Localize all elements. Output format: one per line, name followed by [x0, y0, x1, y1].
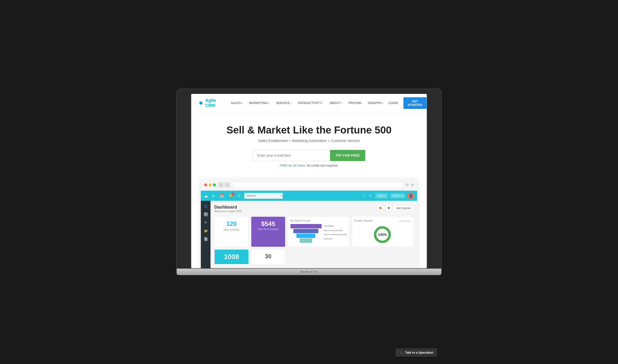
- won-deals-amount: $545: [255, 220, 282, 228]
- emails-opened-widget: Emails Opened Last 2 Days 100%: [352, 217, 413, 247]
- crm-topbar: ☁ ⊞ 📅 🔔 1 ↺ 🔍 ? ✎: [201, 191, 417, 201]
- add-dashlet-button[interactable]: Add Dashlet: [394, 205, 413, 211]
- calendar-icon[interactable]: 📅: [219, 193, 225, 199]
- crm-topbar-right: ? ✎ New ▾ Demo ▾ 👤: [362, 192, 414, 199]
- big-number: 1008: [218, 253, 245, 261]
- crm-ui: ☁ ⊞ 📅 🔔 1 ↺ 🔍 ? ✎: [201, 191, 417, 268]
- sidebar-reports-icon[interactable]: 📊: [201, 211, 210, 218]
- laptop-screen: Agile CRM SALES ▾ MARKETING ▾ SERVICE ▾: [191, 94, 427, 268]
- user-avatar[interactable]: 👤: [408, 192, 414, 199]
- nav-actions: LOGIN GET STARTED: [386, 97, 426, 109]
- theme-icon[interactable]: 🎨: [377, 205, 384, 211]
- new-button[interactable]: New ▾: [375, 193, 388, 198]
- browser-nav-btns: ‹ ›: [218, 182, 230, 188]
- won-deals-label: Won from 9 deals: [255, 228, 282, 231]
- funnel-title: My Deals Funnel: [290, 219, 347, 222]
- funnel-label-demo-comp: Demo Completed ($1,200): [324, 233, 347, 237]
- sidebar-contacts-icon[interactable]: 👤: [201, 203, 210, 209]
- chevron-down-icon: ▾: [401, 194, 403, 197]
- chevron-down-icon: ▾: [322, 102, 323, 104]
- main-nav: Agile CRM SALES ▾ MARKETING ▾ SERVICE ▾: [191, 94, 427, 113]
- won-deals-widget: $545 Won from 9 deals: [251, 217, 285, 247]
- browser-mockup: ‹ › ↻ ≡ ☁ ⊞ 📅 🔔 1: [201, 179, 417, 268]
- sidebar-eye-icon[interactable]: 👁: [201, 219, 210, 226]
- free-users-link[interactable]: FREE for 10 Users.: [280, 164, 306, 167]
- chevron-down-icon: ▾: [382, 102, 383, 104]
- funnel-label-interested: Interested: [324, 237, 347, 241]
- nav-marketing[interactable]: MARKETING ▾: [247, 100, 272, 106]
- close-dot[interactable]: [204, 183, 207, 186]
- dashboard-title: Dashboard: [214, 205, 242, 210]
- login-button[interactable]: LOGIN: [386, 100, 400, 106]
- browser-chrome: ‹ › ↻ ≡: [201, 179, 417, 191]
- notifications-icon[interactable]: 🔔 1: [228, 193, 234, 199]
- laptop-wrapper: Agile CRM SALES ▾ MARKETING ▾ SERVICE ▾: [176, 89, 442, 275]
- notification-badge: 1: [232, 192, 235, 195]
- chevron-down-icon: ▾: [242, 102, 243, 104]
- settings-icon[interactable]: ⚙: [385, 205, 392, 211]
- back-button[interactable]: ‹: [218, 182, 224, 188]
- crm-dashboard-header: Dashboard Welcome to Agile CRM 🎨 ⚙ Add D…: [214, 205, 413, 213]
- crm-logo-icon: ☁: [204, 193, 208, 198]
- get-started-button[interactable]: GET STARTED: [403, 97, 426, 109]
- refresh-icon[interactable]: ↻: [406, 183, 409, 187]
- donut-chart: 100%: [354, 225, 411, 244]
- laptop-model-text: MacBook Pro: [300, 270, 318, 273]
- maximize-dot[interactable]: [213, 183, 216, 186]
- crm-sidebar: 👤 📊 👁 📁 📄: [201, 201, 210, 268]
- chevron-down-icon: ▾: [341, 102, 342, 104]
- svg-text:100%: 100%: [378, 233, 387, 236]
- chevron-down-icon: ▾: [290, 102, 292, 104]
- url-bar[interactable]: [232, 182, 403, 188]
- nav-pricing[interactable]: PRICING: [346, 100, 364, 106]
- crm-widgets-row1: 120 New contacts $545 Won from 9 deals: [214, 217, 413, 247]
- edit-icon[interactable]: ✎: [368, 193, 373, 199]
- contacts-icon[interactable]: ⊞: [211, 193, 216, 199]
- crm-body: 👤 📊 👁 📁 📄 Dashboard Welcome to: [201, 201, 417, 268]
- nav-service[interactable]: SERVICE ▾: [273, 100, 294, 106]
- forward-button[interactable]: ›: [224, 182, 230, 188]
- funnel-widget: My Deals Funnel: [288, 217, 349, 247]
- hero-note: FREE for 10 Users. No credit card requir…: [201, 164, 417, 167]
- logo-icon: [198, 99, 203, 107]
- email-input[interactable]: [253, 150, 330, 161]
- demo-button[interactable]: Demo ▾: [390, 193, 405, 198]
- browser-dots: [204, 183, 216, 186]
- history-icon[interactable]: ↺: [237, 193, 241, 199]
- new-contacts-label: New contacts: [218, 228, 245, 231]
- sidebar-doc-icon[interactable]: 📄: [201, 235, 210, 242]
- new-contacts-number: 120: [218, 220, 245, 228]
- logo-text: Agile CRM: [205, 98, 219, 108]
- email-period: Last 2 Days: [399, 220, 411, 222]
- chevron-down-icon: ▾: [384, 194, 386, 197]
- crm-header-actions: 🎨 ⚙ Add Dashlet: [377, 205, 413, 211]
- crm-widgets-row2: 1008 30: [214, 249, 413, 264]
- logo[interactable]: Agile CRM: [198, 98, 219, 108]
- sidebar-folder-icon[interactable]: 📁: [201, 227, 210, 234]
- hero-subtitle: Sales Enablement + Marketing Automation …: [201, 139, 417, 143]
- small-number-widget: 30: [251, 249, 285, 264]
- crm-search-input[interactable]: [244, 193, 283, 199]
- big-number-widget: 1008: [214, 249, 249, 264]
- dashboard-subtitle: Welcome to Agile CRM: [214, 210, 242, 213]
- hero-section: Sell & Market Like the Fortune 500 Sales…: [191, 113, 427, 174]
- funnel-label-new: New ($500): [324, 224, 347, 228]
- funnel-label-demo-sched: Demo Scheduled ($0): [324, 228, 347, 233]
- nav-productivity[interactable]: PRODUCTIVITY ▾: [296, 100, 326, 106]
- laptop-screen-outer: Agile CRM SALES ▾ MARKETING ▾ SERVICE ▾: [176, 89, 442, 269]
- menu-icon[interactable]: ≡: [411, 182, 414, 188]
- crm-main: Dashboard Welcome to Agile CRM 🎨 ⚙ Add D…: [210, 201, 417, 268]
- small-number: 30: [255, 253, 282, 260]
- nav-about[interactable]: ABOUT ▾: [327, 100, 345, 106]
- minimize-dot[interactable]: [208, 183, 211, 186]
- nav-sales[interactable]: SALES ▾: [228, 100, 245, 106]
- emails-title: Emails Opened: [354, 219, 373, 222]
- try-for-free-button[interactable]: TRY FOR FREE: [330, 150, 365, 161]
- laptop-base: MacBook Pro: [176, 269, 442, 275]
- new-contacts-widget: 120 New contacts: [214, 217, 249, 247]
- help-icon[interactable]: ?: [362, 193, 365, 199]
- hero-form: TRY FOR FREE: [201, 150, 417, 161]
- hero-title: Sell & Market Like the Fortune 500: [201, 125, 417, 136]
- chevron-down-icon: ▾: [269, 102, 270, 104]
- nav-500apps[interactable]: 500APPS ▾: [365, 100, 386, 106]
